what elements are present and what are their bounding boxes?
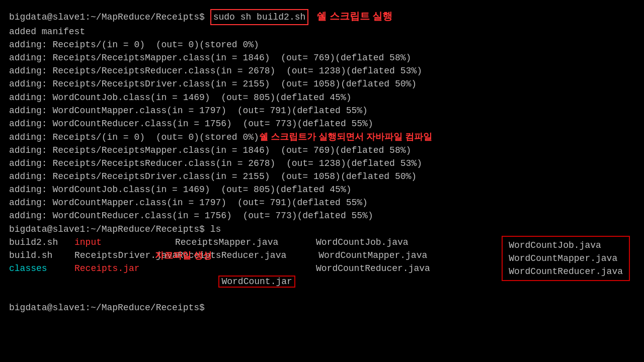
terminal: bigdata@slave1:~/MapReduce/Receipts$ sud… xyxy=(0,0,644,362)
output2-line-3: adding: Receipts/ReceiptsDriver.class(in… xyxy=(9,170,635,183)
command-ls: ls xyxy=(210,223,221,236)
command-line-ls: bigdata@slave1:~/MapReduce/Receipts$ ls xyxy=(9,223,635,236)
output-line-4: adding: Receipts/ReceiptsDriver.class(in… xyxy=(9,77,635,90)
output2-line-2: adding: Receipts/ReceiptsReducer.class(i… xyxy=(9,157,635,170)
output-line-3: adding: Receipts/ReceiptsReducer.class(i… xyxy=(9,64,635,77)
annotation-shell: 쉘 스크립트 실행 xyxy=(316,9,392,24)
output2-line-1: adding: Receipts/ReceiptsMapper.class(in… xyxy=(9,144,635,157)
output-line-5: adding: WordCountJob.class(in = 1469) (o… xyxy=(9,91,635,104)
prompt-1: bigdata@slave1:~/MapReduce/Receipts$ xyxy=(9,11,205,24)
output2-line-5: adding: WordCountMapper.class(in = 1797)… xyxy=(9,196,635,209)
output-line-6: adding: WordCountMapper.class(in = 1797)… xyxy=(9,104,635,117)
output2-line-6: adding: WordCountReducer.class(in = 1756… xyxy=(9,209,635,222)
output-line-2: adding: Receipts/ReceiptsMapper.class(in… xyxy=(9,51,635,64)
output-added-manifest: added manifest xyxy=(9,25,635,38)
ls-output: build2.sh input ReceiptsMapper.java Word… xyxy=(9,236,635,301)
annotation-jar: 자르파일 생성 xyxy=(155,249,212,262)
output2-line-4: adding: WordCountJob.class(in = 1469) (o… xyxy=(9,183,635,196)
output-line-1: adding: Receipts/(in = 0) (out= 0)(store… xyxy=(9,38,635,51)
command-line-1: bigdata@slave1:~/MapReduce/Receipts$ sud… xyxy=(9,9,635,25)
output-line-annotation: adding: Receipts/(in = 0) (out= 0)(store… xyxy=(9,130,635,144)
output-line-7: adding: WordCountReducer.class(in = 1756… xyxy=(9,117,635,130)
prompt-final: bigdata@slave1:~/MapReduce/Receipts$ xyxy=(9,301,635,314)
annotation-compile: 쉘 스크립트가 실행되면서 자바파일 컴파일 xyxy=(259,130,432,143)
prompt-ls: bigdata@slave1:~/MapReduce/Receipts$ xyxy=(9,223,205,236)
wordcount-jar-box: WordCount.jar xyxy=(218,276,295,288)
java-files-box: WordCountJob.java WordCountMapper.java W… xyxy=(502,236,630,281)
command-1: sudo sh build2.sh xyxy=(210,9,309,25)
